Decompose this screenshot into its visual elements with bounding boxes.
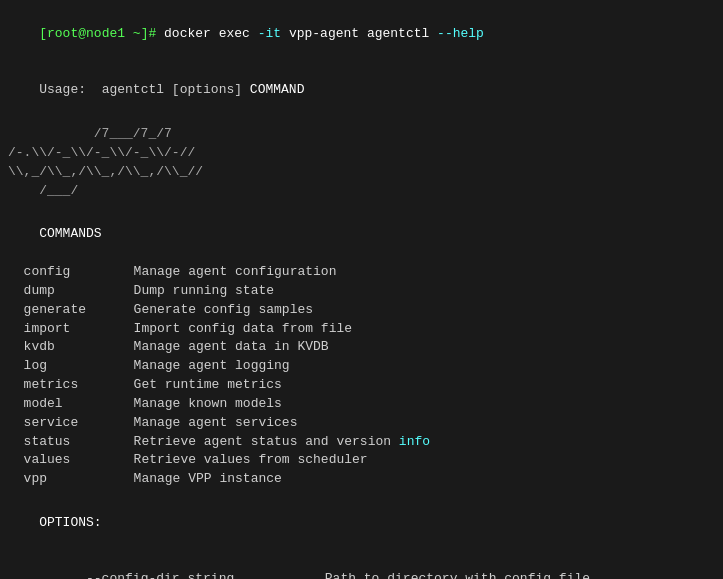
prompt-line: [root@node1 ~]# docker exec -it vpp-agen… — [8, 6, 715, 63]
ascii-art-3: \\,_/\\_,/\\_,/\\_,/\\_// — [8, 163, 715, 182]
terminal: [root@node1 ~]# docker exec -it vpp-agen… — [0, 0, 723, 579]
cmd-import: importImport config data from file — [8, 320, 715, 339]
cmd-status: statusRetrieve agent status and version … — [8, 433, 715, 452]
cmd-vpp: vppManage VPP instance — [8, 470, 715, 489]
flag-it: -it — [258, 26, 281, 41]
command-middle: vpp-agent agentctl — [281, 26, 437, 41]
ascii-art-2: /-.\\/-_\\/-_\\/-_\\/-// — [8, 144, 715, 163]
cmd-dump: dumpDump running state — [8, 282, 715, 301]
ascii-art-1: /7___/7_/7 — [8, 125, 715, 144]
cmd-model: modelManage known models — [8, 395, 715, 414]
cmd-config: configManage agent configuration — [8, 263, 715, 282]
flag-help: --help — [437, 26, 484, 41]
usage-command: COMMAND — [250, 82, 305, 97]
command-text: docker exec — [164, 26, 258, 41]
usage-line: Usage: agentctl [options] COMMAND — [8, 63, 715, 120]
commands-header: COMMANDS — [8, 206, 715, 263]
prompt-user: [root@node1 ~]# — [39, 26, 164, 41]
options-header: OPTIONS: — [8, 495, 715, 552]
ascii-art-4: /___/ — [8, 182, 715, 201]
options-list: --config-dir stringPath to directory wit… — [8, 552, 715, 579]
cmd-metrics: metricsGet runtime metrics — [8, 376, 715, 395]
cmd-service: serviceManage agent services — [8, 414, 715, 433]
usage-text: Usage: agentctl [options] — [39, 82, 250, 97]
cmd-kvdb: kvdbManage agent data in KVDB — [8, 338, 715, 357]
cmd-values: valuesRetrieve values from scheduler — [8, 451, 715, 470]
commands-list: configManage agent configuration dumpDum… — [8, 263, 715, 489]
opt-config-dir: --config-dir stringPath to directory wit… — [8, 552, 715, 579]
cmd-log: logManage agent logging — [8, 357, 715, 376]
cmd-generate: generateGenerate config samples — [8, 301, 715, 320]
